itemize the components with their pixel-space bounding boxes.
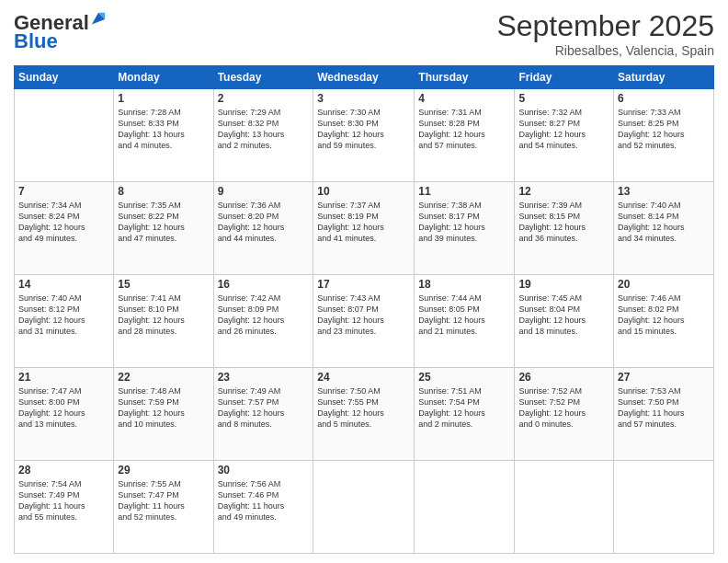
day-number: 7 (18, 185, 109, 198)
calendar-cell: 14Sunrise: 7:40 AM Sunset: 8:12 PM Dayli… (15, 275, 114, 368)
day-number: 13 (618, 185, 710, 198)
day-content: Sunrise: 7:52 AM Sunset: 7:52 PM Dayligh… (518, 385, 609, 431)
calendar-cell: 18Sunrise: 7:44 AM Sunset: 8:05 PM Dayli… (415, 275, 515, 368)
day-number: 8 (118, 185, 209, 198)
calendar-cell: 5Sunrise: 7:32 AM Sunset: 8:27 PM Daylig… (515, 89, 614, 182)
day-number: 3 (317, 92, 410, 105)
calendar-cell: 21Sunrise: 7:47 AM Sunset: 8:00 PM Dayli… (15, 368, 114, 461)
calendar-cell: 25Sunrise: 7:51 AM Sunset: 7:54 PM Dayli… (415, 368, 515, 461)
calendar-table: SundayMondayTuesdayWednesdayThursdayFrid… (14, 65, 714, 554)
day-number: 18 (418, 278, 510, 291)
header-cell-friday: Friday (515, 66, 614, 89)
calendar-cell: 17Sunrise: 7:43 AM Sunset: 8:07 PM Dayli… (313, 275, 415, 368)
day-number: 2 (218, 92, 310, 105)
day-content: Sunrise: 7:43 AM Sunset: 8:07 PM Dayligh… (317, 293, 410, 338)
day-content: Sunrise: 7:39 AM Sunset: 8:15 PM Dayligh… (518, 200, 609, 245)
calendar-cell: 28Sunrise: 7:54 AM Sunset: 7:49 PM Dayli… (15, 461, 114, 554)
day-content: Sunrise: 7:47 AM Sunset: 8:00 PM Dayligh… (18, 385, 109, 431)
day-number: 25 (418, 371, 510, 384)
day-content: Sunrise: 7:50 AM Sunset: 7:55 PM Dayligh… (317, 385, 410, 431)
day-number: 10 (317, 185, 410, 198)
calendar-body: 1Sunrise: 7:28 AM Sunset: 8:33 PM Daylig… (15, 89, 714, 554)
day-number: 9 (218, 185, 310, 198)
calendar-cell: 19Sunrise: 7:45 AM Sunset: 8:04 PM Dayli… (515, 275, 614, 368)
calendar-cell: 15Sunrise: 7:41 AM Sunset: 8:10 PM Dayli… (114, 275, 213, 368)
day-content: Sunrise: 7:55 AM Sunset: 7:47 PM Dayligh… (118, 478, 209, 523)
calendar-cell (313, 461, 415, 554)
calendar-cell: 9Sunrise: 7:36 AM Sunset: 8:20 PM Daylig… (213, 182, 313, 275)
calendar-week-4: 21Sunrise: 7:47 AM Sunset: 8:00 PM Dayli… (15, 368, 714, 461)
calendar-cell: 13Sunrise: 7:40 AM Sunset: 8:14 PM Dayli… (614, 182, 714, 275)
day-content: Sunrise: 7:32 AM Sunset: 8:27 PM Dayligh… (518, 107, 609, 152)
logo-icon (90, 11, 107, 28)
calendar-cell: 11Sunrise: 7:38 AM Sunset: 8:17 PM Dayli… (415, 182, 515, 275)
day-content: Sunrise: 7:35 AM Sunset: 8:22 PM Dayligh… (118, 200, 209, 245)
calendar-week-5: 28Sunrise: 7:54 AM Sunset: 7:49 PM Dayli… (15, 461, 714, 554)
header-cell-wednesday: Wednesday (313, 66, 415, 89)
day-content: Sunrise: 7:36 AM Sunset: 8:20 PM Dayligh… (218, 200, 310, 245)
day-number: 17 (317, 278, 410, 291)
day-number: 26 (518, 371, 609, 384)
day-number: 4 (418, 92, 510, 105)
calendar-cell: 6Sunrise: 7:33 AM Sunset: 8:25 PM Daylig… (614, 89, 714, 182)
calendar-cell: 1Sunrise: 7:28 AM Sunset: 8:33 PM Daylig… (114, 89, 213, 182)
month-title: September 2025 (496, 9, 714, 43)
location: Ribesalbes, Valencia, Spain (496, 43, 714, 58)
calendar-cell: 7Sunrise: 7:34 AM Sunset: 8:24 PM Daylig… (15, 182, 114, 275)
day-content: Sunrise: 7:49 AM Sunset: 7:57 PM Dayligh… (218, 385, 310, 431)
day-number: 16 (218, 278, 310, 291)
calendar-cell: 30Sunrise: 7:56 AM Sunset: 7:46 PM Dayli… (213, 461, 313, 554)
day-content: Sunrise: 7:30 AM Sunset: 8:30 PM Dayligh… (317, 107, 410, 152)
day-content: Sunrise: 7:37 AM Sunset: 8:19 PM Dayligh… (317, 200, 410, 245)
day-content: Sunrise: 7:31 AM Sunset: 8:28 PM Dayligh… (418, 107, 510, 152)
day-content: Sunrise: 7:44 AM Sunset: 8:05 PM Dayligh… (418, 293, 510, 338)
header: General Blue September 2025 Ribesalbes, … (14, 9, 714, 58)
day-content: Sunrise: 7:40 AM Sunset: 8:14 PM Dayligh… (618, 200, 710, 245)
day-number: 27 (618, 371, 710, 384)
day-content: Sunrise: 7:41 AM Sunset: 8:10 PM Dayligh… (118, 293, 209, 338)
day-content: Sunrise: 7:33 AM Sunset: 8:25 PM Dayligh… (618, 107, 710, 152)
calendar-cell: 22Sunrise: 7:48 AM Sunset: 7:59 PM Dayli… (114, 368, 213, 461)
day-number: 21 (18, 371, 109, 384)
header-cell-monday: Monday (114, 66, 213, 89)
calendar-cell: 10Sunrise: 7:37 AM Sunset: 8:19 PM Dayli… (313, 182, 415, 275)
logo: General Blue (14, 13, 107, 53)
calendar-cell (15, 89, 114, 182)
title-block: September 2025 Ribesalbes, Valencia, Spa… (496, 9, 714, 58)
calendar-week-1: 1Sunrise: 7:28 AM Sunset: 8:33 PM Daylig… (15, 89, 714, 182)
day-number: 12 (518, 185, 609, 198)
calendar-cell: 16Sunrise: 7:42 AM Sunset: 8:09 PM Dayli… (213, 275, 313, 368)
day-content: Sunrise: 7:29 AM Sunset: 8:32 PM Dayligh… (218, 107, 310, 152)
calendar-cell: 27Sunrise: 7:53 AM Sunset: 7:50 PM Dayli… (614, 368, 714, 461)
day-content: Sunrise: 7:48 AM Sunset: 7:59 PM Dayligh… (118, 385, 209, 431)
calendar-week-3: 14Sunrise: 7:40 AM Sunset: 8:12 PM Dayli… (15, 275, 714, 368)
calendar-cell: 12Sunrise: 7:39 AM Sunset: 8:15 PM Dayli… (515, 182, 614, 275)
day-content: Sunrise: 7:46 AM Sunset: 8:02 PM Dayligh… (618, 293, 710, 338)
calendar-cell: 20Sunrise: 7:46 AM Sunset: 8:02 PM Dayli… (614, 275, 714, 368)
day-number: 28 (18, 464, 109, 477)
header-cell-tuesday: Tuesday (213, 66, 313, 89)
header-cell-sunday: Sunday (15, 66, 114, 89)
calendar-week-2: 7Sunrise: 7:34 AM Sunset: 8:24 PM Daylig… (15, 182, 714, 275)
calendar-header-row: SundayMondayTuesdayWednesdayThursdayFrid… (15, 66, 714, 89)
day-content: Sunrise: 7:45 AM Sunset: 8:04 PM Dayligh… (518, 293, 609, 338)
page: General Blue September 2025 Ribesalbes, … (0, 0, 728, 563)
day-content: Sunrise: 7:56 AM Sunset: 7:46 PM Dayligh… (218, 478, 310, 523)
day-content: Sunrise: 7:51 AM Sunset: 7:54 PM Dayligh… (418, 385, 510, 431)
calendar-cell: 24Sunrise: 7:50 AM Sunset: 7:55 PM Dayli… (313, 368, 415, 461)
day-number: 19 (518, 278, 609, 291)
calendar-cell: 29Sunrise: 7:55 AM Sunset: 7:47 PM Dayli… (114, 461, 213, 554)
day-number: 29 (118, 464, 209, 477)
day-number: 11 (418, 185, 510, 198)
header-cell-thursday: Thursday (415, 66, 515, 89)
day-number: 20 (618, 278, 710, 291)
calendar-cell: 3Sunrise: 7:30 AM Sunset: 8:30 PM Daylig… (313, 89, 415, 182)
day-number: 14 (18, 278, 109, 291)
day-number: 6 (618, 92, 710, 105)
calendar-cell: 4Sunrise: 7:31 AM Sunset: 8:28 PM Daylig… (415, 89, 515, 182)
calendar-cell (515, 461, 614, 554)
day-content: Sunrise: 7:42 AM Sunset: 8:09 PM Dayligh… (218, 293, 310, 338)
day-content: Sunrise: 7:54 AM Sunset: 7:49 PM Dayligh… (18, 478, 109, 523)
header-cell-saturday: Saturday (614, 66, 714, 89)
day-number: 22 (118, 371, 209, 384)
